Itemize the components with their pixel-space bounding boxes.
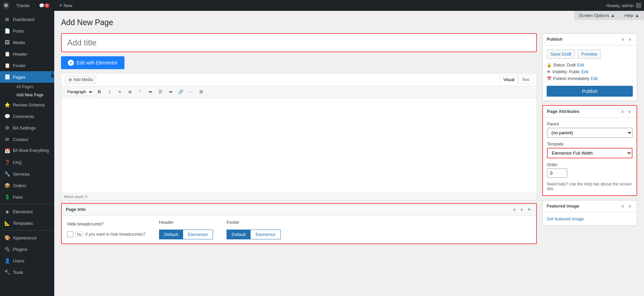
sidebar-item-faq[interactable]: ❓ FAQ [0,157,54,168]
publish-expand-btn[interactable]: ∨ [627,36,633,42]
page-info-collapse-btn[interactable]: ∧ [512,206,518,213]
page-attributes-header[interactable]: Page Attributes ∧ ∨ [543,106,637,118]
page-info-expand-btn[interactable]: ∨ [519,206,525,213]
sidebar-item-appearance[interactable]: 🎨 Appearance [0,232,54,243]
sidebar-item-ba-settings[interactable]: ⚙ BA Settings [0,122,54,134]
page-attributes-body: Parent (no parent) Template Elementor Fu… [543,118,637,195]
page-attributes-collapse-btn[interactable]: ∧ [620,108,625,115]
content-main: e Edit with Elementor ⊕ Add Media Visual [61,33,637,244]
footer-elementor-btn[interactable]: Elementor [251,230,280,239]
footer-icon: 📋 [4,62,10,68]
editor-content-area[interactable] [61,98,536,193]
add-media-button[interactable]: ⊕ Add Media [65,76,96,84]
format-select[interactable]: Paragraph [64,88,94,96]
status-edit-link[interactable]: Edit [577,63,584,67]
breadcrumb-checkbox[interactable] [67,231,73,237]
publish-panel-header[interactable]: Publish ∧ ∨ [543,34,637,45]
publish-collapse-btn[interactable]: ∧ [620,36,626,42]
order-input[interactable] [547,169,567,178]
sidebar-item-services[interactable]: 🔧 Services [0,168,54,180]
sidebar-item-footer[interactable]: 📋 Footer [0,60,54,71]
services-icon: 🔧 [4,171,10,177]
sidebar-item-fees[interactable]: 💲 Fees [0,191,54,203]
header-elementor-btn[interactable]: Elementor [183,230,213,239]
toolbar-ordered-list[interactable]: ≣ [125,87,134,96]
sidebar-item-header[interactable]: 📋 Header [0,48,54,60]
featured-image-header[interactable]: Featured image ∧ ∨ [543,200,637,212]
content-left: e Edit with Elementor ⊕ Add Media Visual [61,33,537,244]
content-right: Publish ∧ ∨ Save Draft Preview 🔒 [542,33,637,244]
active-arrow [52,71,54,77]
sidebar-item-orders[interactable]: 📦 Orders [0,180,54,191]
sidebar-item-tools[interactable]: 🔨 Tools [0,267,54,278]
save-draft-button[interactable]: Save Draft [547,50,575,59]
screen-options-button[interactable]: Screen Options ▲ [574,11,620,20]
featured-image-expand-btn[interactable]: ∨ [627,203,633,209]
publish-status: 🔒 Status: Draft Edit [547,63,633,67]
toolbar-bold[interactable]: B [95,87,104,96]
publish-panel-title: Publish [547,37,563,42]
sidebar-item-ba-book[interactable]: 📅 BA Book Everything [0,145,54,157]
tab-text[interactable]: Text [518,76,533,84]
toolbar-align-left[interactable]: ⬅ [146,87,155,96]
sidebar-item-posts[interactable]: 📄 Posts [0,25,54,37]
toolbar-unordered-list[interactable]: ≡ [115,87,124,96]
sidebar-item-media[interactable]: 🖼 Media [0,37,54,48]
order-row: Order [547,162,632,178]
toolbar-align-right[interactable]: ➡ [166,87,175,96]
page-attributes-expand-btn[interactable]: ∨ [627,108,632,115]
wp-logo[interactable]: W [3,2,9,9]
page-title: Add New Page [61,18,113,28]
sidebar-item-pages[interactable]: 📃 Pages All Pages Add New Page [0,71,54,99]
adminbar-new[interactable]: + New [56,0,75,11]
toolbar-more[interactable]: ··· [187,87,195,96]
header-default-btn[interactable]: Default [159,230,183,239]
breadcrumb-label: Hide breadcrumb? [67,221,145,226]
sidebar-item-plugins[interactable]: 🔌 Plugins [0,243,54,255]
editor-tabs: Visual Text [500,76,533,84]
ba-book-icon: 📅 [4,148,10,154]
publish-visibility: 👁 Visibility: Public Edit [547,70,633,74]
sidebar-item-dashboard[interactable]: ⊞ Dashboard [0,14,54,25]
help-button[interactable]: Help ▲ [620,11,644,20]
page-info-close-btn[interactable]: ✕ [526,206,532,213]
set-featured-image-link[interactable]: Set featured image [547,216,584,221]
dashboard-icon: ⊞ [4,16,10,22]
page-info-title: Page Info [66,207,86,212]
visibility-edit-link[interactable]: Edit [581,70,588,74]
elementor-edit-button[interactable]: e Edit with Elementor [61,56,124,69]
featured-image-title: Featured image [547,203,579,209]
header-group: Header Default Elementor [159,220,213,239]
parent-row: Parent (no parent) [547,122,632,138]
parent-select[interactable]: (no parent) [547,128,632,138]
template-select[interactable]: Elementor Full Width [547,148,632,158]
adminbar-site-name[interactable]: Travila [14,0,32,11]
featured-image-collapse-btn[interactable]: ∧ [620,203,626,209]
toolbar-link[interactable]: 🔗 [176,87,185,96]
toolbar-table[interactable]: ⊞ [197,87,206,96]
toolbar-blockquote[interactable]: " [136,87,144,96]
sidebar-item-comments[interactable]: 💬 Comments [0,111,54,122]
publish-time: 📅 Publish immediately Edit [547,76,633,81]
footer-default-btn[interactable]: Default [227,230,251,239]
toolbar-align-center[interactable]: ☰ [156,87,165,96]
tab-visual[interactable]: Visual [500,76,518,84]
sidebar-item-contact[interactable]: ✉ Contact [0,134,54,145]
sidebar-item-review-schema[interactable]: ⭐ Review Schema [0,99,54,111]
sidebar-item-users[interactable]: 👤 Users [0,255,54,267]
page-info-header: Page Info ∧ ∨ ✕ [62,204,536,216]
media-icon: 🖼 [4,39,10,45]
toolbar-italic[interactable]: I [105,87,114,96]
page-attributes-title: Page Attributes [547,109,580,114]
publish-time-edit-link[interactable]: Edit [591,76,598,81]
submenu-all-pages[interactable]: All Pages [12,83,54,91]
sidebar-item-elementor[interactable]: ◈ Elementor [0,206,54,217]
adminbar-comments[interactable]: 💬 0 [36,0,53,11]
preview-button[interactable]: Preview [578,50,601,59]
publish-button[interactable]: Publish [547,86,633,97]
faq-icon: ❓ [4,159,10,165]
sidebar-item-templates[interactable]: 📐 Templates [0,217,54,229]
submenu-add-new-page[interactable]: Add New Page [12,91,54,99]
post-title-input[interactable] [62,34,536,52]
adminbar-howdy[interactable]: Howdy, admin [606,3,641,8]
